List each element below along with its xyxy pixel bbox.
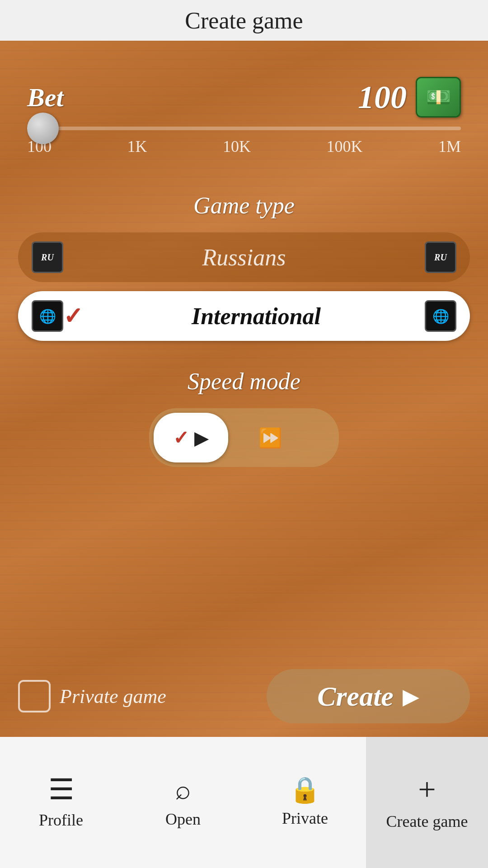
bet-label: Bet <box>27 82 64 113</box>
main-content: Bet 100 💵 100 1K 10K 100K 1M Game type <box>0 41 488 737</box>
bet-section: Bet 100 💵 100 1K 10K 100K 1M <box>18 63 470 165</box>
private-game-checkbox[interactable] <box>18 680 51 712</box>
speed-normal[interactable]: ✓ ▶ <box>154 413 228 462</box>
create-button-label: Create <box>317 680 394 712</box>
header: Create game <box>0 0 488 41</box>
speed-play-icon: ▶ <box>194 427 209 449</box>
nav-item-create-game[interactable]: + Create game <box>366 737 488 868</box>
game-type-title: Game type <box>18 192 470 219</box>
slider-labels: 100 1K 10K 100K 1M <box>27 137 461 156</box>
create-play-icon: ▶ <box>403 684 419 709</box>
create-game-nav-label: Create game <box>386 812 468 831</box>
slider-track <box>27 127 461 130</box>
slider-label-1m: 1M <box>438 137 461 156</box>
game-type-international[interactable]: 🌐 ✓ International 🌐 <box>18 291 470 341</box>
create-game-icon: + <box>418 774 436 806</box>
russians-icon-right: RU <box>425 241 456 273</box>
bottom-nav: ☰ Profile ⌕ Open 🔒 Private + Create game <box>0 737 488 868</box>
slider-label-100k: 100K <box>326 137 362 156</box>
profile-label: Profile <box>39 811 83 830</box>
nav-item-profile[interactable]: ☰ Profile <box>0 737 122 868</box>
private-game-container[interactable]: Private game <box>18 680 166 712</box>
international-label: International <box>88 303 425 330</box>
speed-mode-section: Speed mode ✓ ▶ ⏩ <box>18 368 470 467</box>
bet-slider[interactable] <box>27 127 461 130</box>
russians-label: Russians <box>63 244 425 271</box>
speed-toggle: ✓ ▶ ⏩ <box>149 408 339 467</box>
bet-header: Bet 100 💵 <box>27 77 461 118</box>
speed-fast-icon: ⏩ <box>258 427 282 449</box>
speed-normal-check: ✓ <box>173 427 189 449</box>
game-type-section: Game type RU Russians RU 🌐 ✓ Internation… <box>18 192 470 341</box>
international-checkmark: ✓ <box>63 302 83 330</box>
speed-mode-title: Speed mode <box>18 368 470 395</box>
slider-label-1k: 1K <box>127 137 147 156</box>
nav-item-open[interactable]: ⌕ Open <box>122 737 244 868</box>
create-button[interactable]: Create ▶ <box>267 669 470 723</box>
profile-icon: ☰ <box>48 775 74 804</box>
bet-value-container: 100 💵 <box>358 77 461 118</box>
slider-label-10k: 10K <box>223 137 251 156</box>
international-icon-right: 🌐 <box>425 300 456 332</box>
private-game-label: Private game <box>60 685 166 708</box>
international-icon-left: 🌐 <box>32 300 63 332</box>
game-type-russians[interactable]: RU Russians RU <box>18 232 470 282</box>
speed-mode-container: ✓ ▶ ⏩ <box>18 408 470 467</box>
private-icon: 🔒 <box>289 777 321 802</box>
private-label: Private <box>282 809 328 828</box>
money-icon: 💵 <box>416 77 461 118</box>
nav-item-private[interactable]: 🔒 Private <box>244 737 366 868</box>
bet-value: 100 <box>358 79 407 116</box>
open-label: Open <box>165 810 201 829</box>
open-icon: ⌕ <box>175 776 191 803</box>
bottom-action: Private game Create ▶ <box>18 669 470 723</box>
page-title: Create game <box>185 7 303 34</box>
slider-thumb[interactable] <box>27 113 59 144</box>
russians-icon-left: RU <box>32 241 63 273</box>
speed-fast[interactable]: ⏩ <box>233 413 307 462</box>
